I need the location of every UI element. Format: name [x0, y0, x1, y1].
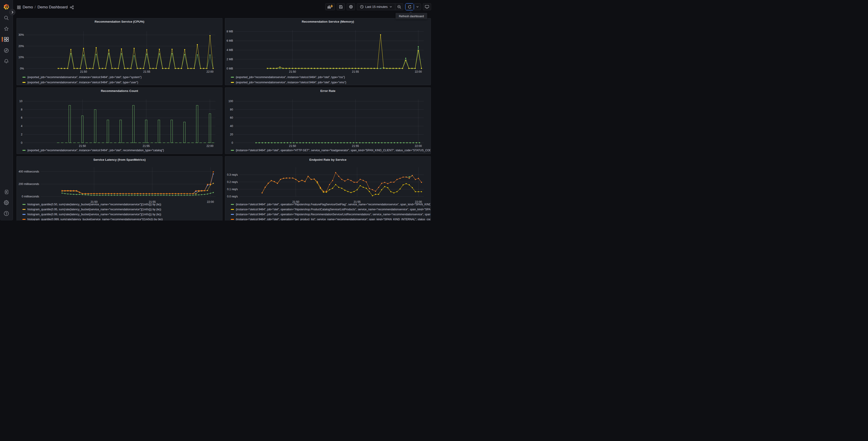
- svg-text:6: 6: [21, 116, 22, 119]
- svg-text:0.0 req/s: 0.0 req/s: [227, 195, 238, 198]
- svg-text:6 MB: 6 MB: [226, 39, 233, 42]
- svg-text:2: 2: [21, 133, 22, 136]
- svg-text:0: 0: [21, 141, 22, 144]
- svg-text:20: 20: [230, 133, 233, 136]
- svg-text:4 MB: 4 MB: [226, 49, 233, 52]
- svg-text:21:55: 21:55: [143, 144, 150, 147]
- svg-text:22:00: 22:00: [207, 70, 214, 74]
- svg-text:0 MB: 0 MB: [226, 67, 233, 70]
- svg-text:21:50: 21:50: [79, 144, 86, 147]
- svg-text:40: 40: [230, 124, 233, 128]
- svg-text:0%: 0%: [20, 67, 24, 70]
- svg-text:2 MB: 2 MB: [226, 58, 233, 61]
- svg-text:200 milliseconds: 200 milliseconds: [19, 182, 39, 186]
- svg-text:21:55: 21:55: [352, 70, 359, 74]
- svg-text:22:00: 22:00: [206, 144, 213, 147]
- svg-text:0.1 req/s: 0.1 req/s: [227, 187, 238, 190]
- svg-text:8 MB: 8 MB: [226, 30, 233, 33]
- svg-text:22:00: 22:00: [415, 70, 422, 74]
- svg-text:21:50: 21:50: [289, 70, 296, 74]
- svg-text:0: 0: [231, 141, 233, 144]
- svg-text:22:00: 22:00: [415, 144, 422, 147]
- svg-text:10%: 10%: [18, 56, 24, 59]
- svg-text:30%: 30%: [18, 33, 24, 36]
- svg-text:400 milliseconds: 400 milliseconds: [19, 170, 39, 173]
- svg-text:21:55: 21:55: [352, 144, 359, 147]
- svg-text:0.2 req/s: 0.2 req/s: [227, 180, 238, 183]
- svg-text:4: 4: [21, 124, 22, 128]
- svg-text:60: 60: [230, 116, 233, 119]
- svg-text:21:55: 21:55: [143, 70, 150, 74]
- svg-text:80: 80: [230, 108, 233, 111]
- svg-text:21:50: 21:50: [289, 144, 296, 147]
- svg-text:0 milliseconds: 0 milliseconds: [22, 195, 39, 198]
- svg-text:20%: 20%: [18, 45, 24, 48]
- svg-text:100: 100: [228, 99, 233, 103]
- svg-text:10: 10: [19, 99, 22, 103]
- svg-text:0.3 req/s: 0.3 req/s: [227, 173, 238, 176]
- svg-text:8: 8: [21, 108, 22, 111]
- svg-text:21:50: 21:50: [80, 70, 87, 74]
